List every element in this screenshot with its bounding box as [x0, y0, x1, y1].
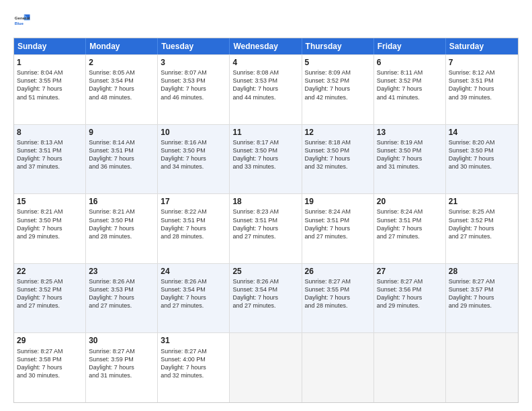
day-info: Daylight: 7 hours	[305, 224, 371, 232]
calendar-cell: 24Sunrise: 8:26 AMSunset: 3:54 PMDayligh…	[158, 264, 230, 333]
day-number: 5	[305, 57, 371, 68]
weekday-header: Sunday	[14, 38, 86, 54]
day-info: Sunrise: 8:26 AM	[161, 277, 226, 285]
calendar-cell: 18Sunrise: 8:23 AMSunset: 3:51 PMDayligh…	[230, 194, 302, 263]
day-info: Daylight: 7 hours	[232, 293, 298, 302]
day-info: and 27 minutes.	[89, 302, 154, 310]
day-info: Sunrise: 8:27 AM	[377, 277, 443, 285]
day-info: Sunrise: 8:23 AM	[232, 208, 298, 216]
logo: General Blue	[13, 12, 32, 31]
day-info: and 27 minutes.	[232, 232, 298, 240]
day-number: 26	[305, 266, 371, 277]
day-info: Sunrise: 8:27 AM	[17, 347, 83, 355]
day-info: Daylight: 7 hours	[449, 224, 515, 232]
day-info: Sunset: 3:50 PM	[232, 146, 298, 154]
day-info: Sunset: 3:54 PM	[89, 77, 154, 85]
day-info: and 48 minutes.	[89, 93, 154, 101]
day-info: and 29 minutes.	[377, 302, 443, 310]
day-info: Daylight: 7 hours	[232, 85, 298, 93]
day-info: Sunset: 3:50 PM	[449, 146, 515, 154]
calendar-cell: 3Sunrise: 8:07 AMSunset: 3:53 PMDaylight…	[158, 55, 230, 124]
day-info: Sunrise: 8:21 AM	[17, 208, 83, 216]
calendar-cell: 15Sunrise: 8:21 AMSunset: 3:50 PMDayligh…	[14, 194, 86, 263]
day-info: Sunset: 3:53 PM	[161, 77, 226, 85]
day-info: Sunset: 3:57 PM	[449, 285, 515, 293]
day-info: Daylight: 7 hours	[449, 154, 515, 163]
day-info: Daylight: 7 hours	[89, 363, 154, 371]
day-number: 9	[89, 127, 154, 138]
day-number: 30	[89, 335, 154, 346]
day-info: Daylight: 7 hours	[161, 85, 226, 93]
day-number: 2	[89, 57, 154, 68]
day-info: and 28 minutes.	[161, 232, 226, 240]
day-info: and 28 minutes.	[305, 302, 371, 310]
day-info: Sunrise: 8:09 AM	[305, 68, 371, 77]
day-number: 6	[377, 57, 443, 68]
day-info: Daylight: 7 hours	[17, 85, 83, 93]
day-info: and 29 minutes.	[17, 232, 83, 240]
day-info: Daylight: 7 hours	[305, 85, 371, 93]
calendar-cell: 19Sunrise: 8:24 AMSunset: 3:51 PMDayligh…	[302, 194, 374, 263]
calendar-cell: 4Sunrise: 8:08 AMSunset: 3:53 PMDaylight…	[230, 55, 302, 124]
day-number: 13	[377, 127, 443, 138]
calendar-cell: 30Sunrise: 8:27 AMSunset: 3:59 PMDayligh…	[86, 333, 158, 402]
day-number: 15	[17, 196, 83, 207]
day-number: 28	[449, 266, 515, 277]
day-info: Sunrise: 8:12 AM	[449, 68, 515, 77]
day-info: Sunset: 3:51 PM	[232, 216, 298, 224]
calendar-header: SundayMondayTuesdayWednesdayThursdayFrid…	[14, 38, 518, 54]
calendar-cell	[230, 333, 302, 402]
day-info: Daylight: 7 hours	[17, 293, 83, 302]
day-info: Sunset: 3:52 PM	[305, 77, 371, 85]
day-info: and 32 minutes.	[305, 163, 371, 171]
day-info: Sunrise: 8:27 AM	[89, 347, 154, 355]
calendar-cell: 2Sunrise: 8:05 AMSunset: 3:54 PMDaylight…	[86, 55, 158, 124]
day-number: 17	[161, 196, 226, 207]
page: General Blue SundayMondayTuesdayWednesda…	[0, 0, 532, 411]
day-info: Daylight: 7 hours	[161, 293, 226, 302]
day-info: Sunrise: 8:25 AM	[449, 208, 515, 216]
calendar-cell: 26Sunrise: 8:27 AMSunset: 3:55 PMDayligh…	[302, 264, 374, 333]
day-info: Sunset: 3:50 PM	[377, 146, 443, 154]
calendar-row: 22Sunrise: 8:25 AMSunset: 3:52 PMDayligh…	[14, 263, 518, 333]
day-info: Daylight: 7 hours	[377, 85, 443, 93]
day-info: Sunrise: 8:27 AM	[305, 277, 371, 285]
weekday-header: Saturday	[446, 38, 518, 54]
day-info: Sunrise: 8:20 AM	[449, 138, 515, 146]
day-info: Sunset: 3:50 PM	[17, 216, 83, 224]
day-number: 11	[232, 127, 298, 138]
day-info: Sunrise: 8:16 AM	[161, 138, 226, 146]
logo-icon: General Blue	[13, 12, 32, 31]
svg-text:General: General	[15, 15, 30, 20]
day-info: and 51 minutes.	[17, 93, 83, 101]
day-info: Sunset: 3:50 PM	[161, 146, 226, 154]
day-number: 23	[89, 266, 154, 277]
day-info: and 34 minutes.	[161, 163, 226, 171]
day-info: Sunrise: 8:21 AM	[89, 208, 154, 216]
day-info: Sunset: 3:50 PM	[305, 146, 371, 154]
calendar-cell: 10Sunrise: 8:16 AMSunset: 3:50 PMDayligh…	[158, 125, 230, 194]
day-info: Daylight: 7 hours	[305, 293, 371, 302]
calendar-cell: 31Sunrise: 8:27 AMSunset: 4:00 PMDayligh…	[158, 333, 230, 402]
day-number: 31	[161, 335, 226, 346]
calendar-cell	[374, 333, 446, 402]
day-info: Sunset: 3:51 PM	[161, 216, 226, 224]
day-info: and 27 minutes.	[449, 232, 515, 240]
calendar-cell: 21Sunrise: 8:25 AMSunset: 3:52 PMDayligh…	[446, 194, 518, 263]
day-info: and 27 minutes.	[305, 232, 371, 240]
day-info: Sunrise: 8:17 AM	[232, 138, 298, 146]
calendar-cell: 20Sunrise: 8:24 AMSunset: 3:51 PMDayligh…	[374, 194, 446, 263]
day-info: Sunrise: 8:13 AM	[17, 138, 83, 146]
day-info: Sunset: 3:55 PM	[305, 285, 371, 293]
day-info: Sunset: 3:51 PM	[449, 77, 515, 85]
calendar-cell: 17Sunrise: 8:22 AMSunset: 3:51 PMDayligh…	[158, 194, 230, 263]
day-info: Sunset: 3:51 PM	[17, 146, 83, 154]
day-number: 21	[449, 196, 515, 207]
day-info: Daylight: 7 hours	[89, 293, 154, 302]
weekday-header: Thursday	[302, 38, 374, 54]
day-info: Sunset: 3:58 PM	[17, 355, 83, 363]
day-number: 19	[305, 196, 371, 207]
day-info: Daylight: 7 hours	[161, 224, 226, 232]
day-info: and 32 minutes.	[161, 371, 226, 379]
calendar-cell: 1Sunrise: 8:04 AMSunset: 3:55 PMDaylight…	[14, 55, 86, 124]
